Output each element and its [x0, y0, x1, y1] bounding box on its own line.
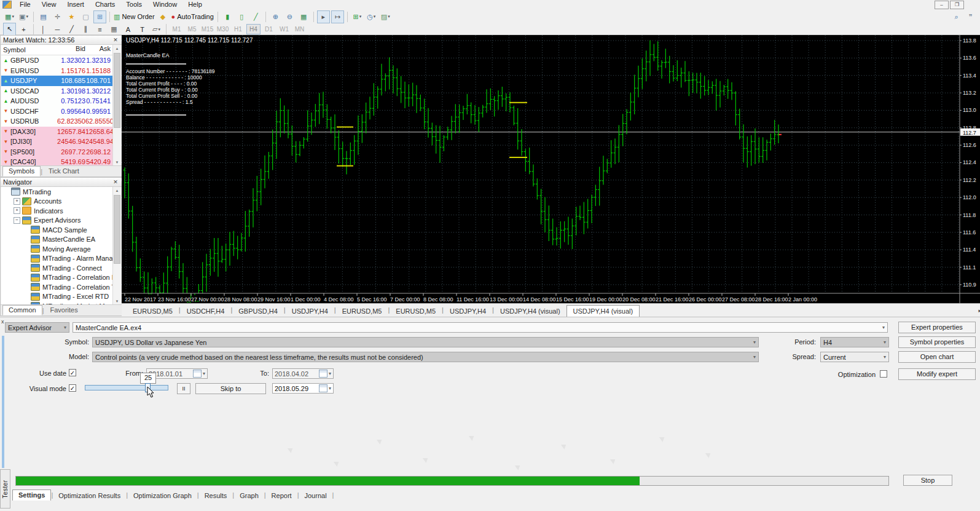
- menu-item-insert[interactable]: Insert: [61, 0, 90, 9]
- period-select[interactable]: H4▾: [820, 337, 889, 347]
- market-watch-scrollbar[interactable]: ▲ ▼: [112, 45, 121, 166]
- modify-expert-button[interactable]: Modify expert: [898, 368, 976, 380]
- dropdown-caret-icon[interactable]: ▾: [158, 27, 160, 32]
- new-order-icon[interactable]: ▥New Order: [113, 10, 155, 23]
- market-watch-tab-symbols[interactable]: Symbols: [2, 166, 41, 176]
- minimize-button[interactable]: –: [935, 1, 949, 9]
- navigator-tab-common[interactable]: Common: [2, 305, 42, 315]
- skip-date-field[interactable]: 2018.05.29 ▾: [272, 383, 334, 394]
- navigator-tab-favorites[interactable]: Favorites: [44, 305, 84, 315]
- chart-tab-6-usdjpy-h4[interactable]: USDJPY,H4: [444, 306, 492, 317]
- menu-item-help[interactable]: Help: [182, 0, 208, 9]
- label-icon[interactable]: T: [136, 23, 149, 36]
- navigator-item-mtrading-correlation-mat[interactable]: MTrading - Correlation Mat: [1, 273, 113, 283]
- symbol-select[interactable]: USDJPY, US Dollar vs Japanese Yen▾: [92, 337, 759, 347]
- calendar-icon[interactable]: [319, 384, 327, 392]
- indicators-icon[interactable]: ⊞▾: [351, 10, 364, 23]
- chart-tab-5-eurusd-m5[interactable]: EURUSD,M5: [390, 306, 442, 317]
- timeframe-mn[interactable]: MN: [292, 24, 307, 34]
- calendar-icon[interactable]: [319, 370, 327, 378]
- market-watch-icon[interactable]: ▤: [37, 10, 50, 23]
- tester-tab-journal[interactable]: Journal: [299, 491, 332, 501]
- pause-button[interactable]: II: [177, 383, 190, 394]
- navigator-item-indicators[interactable]: +Indicators: [1, 206, 113, 216]
- market-watch-row-dji30[interactable]: ▼[DJI30]24546.9424548.94: [1, 137, 113, 147]
- timeframe-h1[interactable]: H1: [231, 24, 245, 34]
- spread-select[interactable]: Current▾: [820, 352, 889, 362]
- navigator-icon[interactable]: ▢: [79, 10, 92, 23]
- shapes-icon[interactable]: ▱▾: [150, 23, 163, 36]
- chart-tab-4-eurusd-m5[interactable]: EURUSD,M5: [336, 306, 388, 317]
- expert-file-select[interactable]: MasterCandle EA.ex4▾: [73, 322, 888, 333]
- column-header-ask[interactable]: Ask: [85, 45, 113, 55]
- tile-windows-icon[interactable]: ▦: [297, 10, 310, 23]
- expert-properties-button[interactable]: Expert properties: [898, 322, 976, 333]
- line-chart-icon[interactable]: ╱: [249, 10, 262, 23]
- tester-side-tab[interactable]: Tester: [0, 469, 10, 509]
- menu-item-tools[interactable]: Tools: [120, 0, 147, 9]
- market-watch-row-cac40[interactable]: ▼[CAC40]5419.695420.49: [1, 157, 113, 166]
- expert-type-select[interactable]: Expert Advisor▾: [5, 322, 69, 333]
- favorites-icon[interactable]: ★: [65, 10, 78, 23]
- fibonacci-icon[interactable]: ≡: [93, 23, 106, 36]
- profiles-icon[interactable]: ▣▾: [17, 10, 30, 23]
- navigator-close-icon[interactable]: ✕: [112, 179, 119, 185]
- bar-chart-icon[interactable]: ▮: [221, 10, 234, 23]
- trendline-icon[interactable]: ╱: [65, 23, 78, 36]
- menu-item-view[interactable]: View: [36, 0, 62, 9]
- navigator-item-mastercandle-ea[interactable]: MasterCandle EA: [1, 235, 113, 245]
- data-window-icon[interactable]: ✛: [51, 10, 64, 23]
- auto-scroll-icon[interactable]: ▸: [317, 10, 330, 23]
- timeframe-w1[interactable]: W1: [277, 24, 291, 34]
- horizontal-line-icon[interactable]: ─: [51, 23, 64, 36]
- visual-speed-slider[interactable]: [85, 385, 168, 390]
- navigator-item-mtrading-correlation-trac[interactable]: MTrading - Correlation Trac: [1, 282, 113, 292]
- zoom-out-icon[interactable]: ⊖: [283, 10, 296, 23]
- chart-area[interactable]: USDJPY,H4 112.715 112.745 112.715 112.72…: [122, 35, 980, 303]
- search-icon[interactable]: ⌕: [950, 10, 963, 23]
- navigator-item-mtrading[interactable]: MTrading: [1, 187, 113, 197]
- market-watch-row-audusd[interactable]: ▲AUDUSD0.751230.75141: [1, 96, 113, 106]
- menu-item-charts[interactable]: Charts: [90, 0, 120, 9]
- timeframe-d1[interactable]: D1: [262, 24, 276, 34]
- timeframe-m15[interactable]: M15: [200, 24, 214, 34]
- candlestick-icon[interactable]: ▯: [235, 10, 248, 23]
- tester-tab-optimization-graph[interactable]: Optimization Graph: [128, 491, 197, 501]
- column-header-bid[interactable]: Bid: [57, 45, 85, 55]
- navigator-item-mtrading-alarm-manager[interactable]: MTrading - Alarm Manager: [1, 254, 113, 264]
- menu-item-window[interactable]: Window: [147, 0, 182, 9]
- cursor-icon[interactable]: ↖: [3, 23, 16, 36]
- timeframe-h4[interactable]: H4: [246, 24, 261, 34]
- scroll-up-icon[interactable]: ▲: [113, 45, 121, 52]
- menu-item-file[interactable]: File: [14, 0, 36, 9]
- timeframe-m1[interactable]: M1: [170, 24, 184, 34]
- column-header-symbol[interactable]: Symbol: [1, 45, 57, 55]
- text-icon[interactable]: A: [122, 23, 135, 36]
- vertical-line-icon[interactable]: │: [37, 23, 50, 36]
- dropdown-caret-icon[interactable]: ▾: [388, 14, 390, 19]
- expand-icon[interactable]: +: [14, 198, 20, 205]
- chat-icon[interactable]: ❞: [964, 10, 977, 23]
- tester-tab-report[interactable]: Report: [266, 491, 297, 501]
- market-watch-row-usdcad[interactable]: ▲USDCAD1.301981.30212: [1, 86, 113, 97]
- stop-button[interactable]: Stop: [903, 475, 952, 486]
- navigator-item-expert-advisors[interactable]: −Expert Advisors: [1, 216, 113, 226]
- dropdown-caret-icon[interactable]: ▾: [26, 14, 28, 19]
- market-watch-row-usdjpy[interactable]: ▲USDJPY108.685108.701: [1, 76, 113, 86]
- symbol-properties-button[interactable]: Symbol properties: [898, 336, 976, 348]
- dropdown-caret-icon[interactable]: ▾: [12, 14, 14, 19]
- autotrading-icon[interactable]: ●AutoTrading: [171, 10, 214, 23]
- to-date-field[interactable]: 2018.04.02 ▾: [272, 368, 334, 379]
- market-watch-row-dax30[interactable]: ▼[DAX30]12657.8412658.64: [1, 127, 113, 137]
- chart-tab-2-gbpusd-h4[interactable]: GBPUSD,H4: [232, 306, 284, 317]
- terminal-icon[interactable]: ⊞: [93, 10, 106, 23]
- templates-icon[interactable]: ▨▾: [379, 10, 392, 23]
- skip-to-button[interactable]: Skip to: [195, 383, 266, 394]
- model-select[interactable]: Control points (a very crude method base…: [92, 352, 759, 362]
- tester-tab-settings[interactable]: Settings: [12, 489, 51, 501]
- use-date-checkbox[interactable]: ✓: [69, 369, 76, 376]
- market-watch-row-usdchf[interactable]: ▼USDCHF0.995640.99591: [1, 106, 113, 117]
- chart-shift-icon[interactable]: ↦: [331, 10, 344, 23]
- tester-tab-graph[interactable]: Graph: [234, 491, 264, 501]
- collapse-icon[interactable]: −: [14, 217, 20, 224]
